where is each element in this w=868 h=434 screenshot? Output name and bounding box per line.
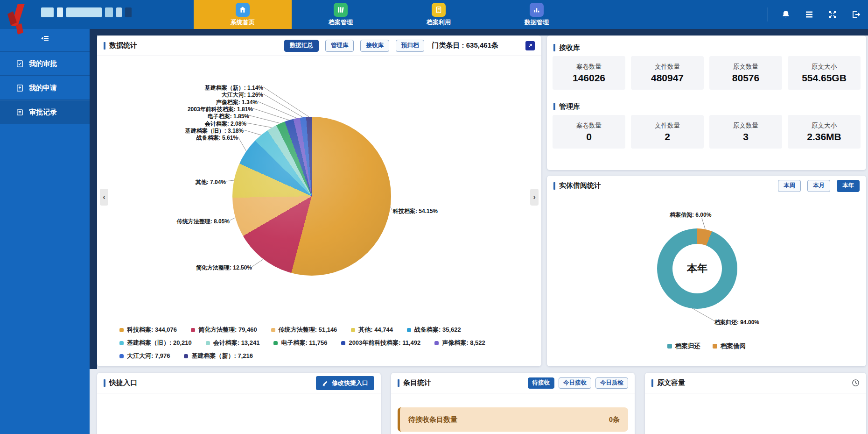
stat-card: 原文数量 80576 <box>709 56 782 90</box>
archive-manage-icon <box>334 3 348 17</box>
panel-header: 条目统计 待接收 今日接收 今日质检 <box>391 373 635 393</box>
pie-label: 其他: 7.04% <box>196 178 226 186</box>
pie-label: 大江大河: 1.26% <box>222 91 263 99</box>
stat-value: 80576 <box>732 72 759 84</box>
fullscreen-icon[interactable] <box>827 9 838 20</box>
stat-label: 原文数量 <box>733 121 758 130</box>
accent-bar <box>104 42 105 50</box>
clock-icon[interactable] <box>852 379 860 387</box>
sidebar-item-label: 审批记录 <box>29 108 57 117</box>
stat-card: 案卷数量 0 <box>553 115 625 149</box>
data-statistics-panel: 数据统计 数据汇总 管理库 接收库 预归档 门类条目 : 635,461条 ‹ … <box>97 36 541 366</box>
pie-label: 简化方法整理: 12.50% <box>196 264 252 272</box>
management-header: 管理库 <box>547 98 866 115</box>
pie-chart-area: ‹ › 基建档案（新）: 1.14% 大江大河: 1.26% 声像档案: 1.3… <box>97 56 541 318</box>
pencil-icon <box>322 380 329 386</box>
accent-bar <box>553 44 555 51</box>
approval-doc-icon <box>16 60 24 68</box>
filter-today-received-button[interactable]: 今日接收 <box>559 377 591 389</box>
management-cards: 案卷数量 0 文件数量 2 原文数量 3 原文大小 2.36MB <box>547 115 866 149</box>
log-icon[interactable] <box>804 9 815 20</box>
legend-item[interactable]: 电子档案: 11,756 <box>273 339 327 347</box>
stat-value: 554.65GB <box>802 72 847 84</box>
range-week-button[interactable]: 本周 <box>778 180 801 192</box>
tab-data-manage[interactable]: 数据管理 <box>488 0 586 29</box>
category-pie <box>232 117 391 276</box>
entry-filter-tabs: 待接收 今日接收 今日质检 <box>524 377 629 389</box>
stat-card: 原文数量 3 <box>709 115 782 149</box>
capacity-panel: 原文容量 <box>645 373 866 434</box>
legend-item[interactable]: 会计档案: 13,241 <box>206 339 260 347</box>
filter-to-receive-button[interactable]: 待接收 <box>528 377 555 389</box>
edit-quick-entry-button[interactable]: 修改快捷入口 <box>316 376 374 390</box>
edit-button-label: 修改快捷入口 <box>332 379 368 387</box>
legend-item[interactable]: 2003年前科技档案: 11,492 <box>341 339 420 347</box>
sidebar-item-my-approvals[interactable]: 我的审批 <box>0 51 90 76</box>
filter-reception-store-button[interactable]: 接收库 <box>360 40 389 52</box>
legend-item[interactable]: 档案借阅 <box>713 342 746 350</box>
accent-bar <box>398 379 399 387</box>
application-doc-icon <box>16 84 24 92</box>
accent-bar <box>651 379 653 387</box>
legend-item[interactable]: 其他: 44,744 <box>351 326 393 334</box>
range-year-button[interactable]: 本年 <box>837 180 860 192</box>
range-month-button[interactable]: 本月 <box>807 180 830 192</box>
app-logo <box>4 2 172 35</box>
stat-card: 文件数量 2 <box>631 115 704 149</box>
banner-value: 0条 <box>609 415 620 424</box>
filter-data-summary-button[interactable]: 数据汇总 <box>284 40 319 52</box>
tab-archive-use[interactable]: 档案利用 <box>390 0 488 29</box>
accent-bar <box>104 379 105 387</box>
panel-header: 快捷入口 修改快捷入口 <box>97 373 381 393</box>
bell-icon[interactable] <box>780 9 791 20</box>
panel-title: 快捷入口 <box>109 378 137 387</box>
stat-label: 案卷数量 <box>576 121 602 130</box>
pie-label: 电子档案: 1.85% <box>208 113 249 121</box>
logout-icon[interactable] <box>850 9 861 20</box>
legend-item[interactable]: 战备档案: 35,622 <box>407 326 461 334</box>
pie-label: 传统方法整理: 8.05% <box>177 218 230 226</box>
donut-label: 档案归还: 94.00% <box>714 319 759 327</box>
panel-header: 原文容量 <box>645 373 866 393</box>
legend-item[interactable]: 档案归还 <box>667 342 700 350</box>
stat-label: 原文数量 <box>733 63 758 71</box>
stat-value: 2.36MB <box>807 131 841 142</box>
carousel-next-button[interactable]: › <box>530 189 539 206</box>
sidebar-menu: 我的审批 我的申请 审批记录 <box>0 51 90 124</box>
stat-value: 480947 <box>651 72 684 84</box>
legend-item[interactable]: 大江大河: 7,976 <box>119 352 170 360</box>
sidebar-item-label: 我的申请 <box>29 84 57 92</box>
content-left-band <box>90 29 97 369</box>
pie-legend: 科技档案: 344,076简化方法整理: 79,460传统方法整理: 51,14… <box>119 323 485 363</box>
sidebar: 我的审批 我的申请 审批记录 <box>0 29 90 434</box>
tab-system-home[interactable]: 系统首页 <box>194 0 292 29</box>
record-list-icon <box>16 108 24 116</box>
legend-item[interactable]: 基建档案（新）: 7,216 <box>184 352 252 360</box>
legend-item[interactable]: 基建档案（旧）: 20,210 <box>119 339 192 347</box>
panel-header: 数据统计 数据汇总 管理库 接收库 预归档 门类条目 : 635,461条 <box>97 36 541 56</box>
legend-item[interactable]: 科技档案: 344,076 <box>119 326 177 334</box>
filter-pre-archive-button[interactable]: 预归档 <box>396 40 425 52</box>
sidebar-item-approval-records[interactable]: 审批记录 <box>0 100 90 124</box>
legend-item[interactable]: 简化方法整理: 79,460 <box>191 326 257 334</box>
carousel-prev-button[interactable]: ‹ <box>100 189 108 206</box>
stat-card: 原文大小 2.36MB <box>788 115 861 149</box>
filter-management-store-button[interactable]: 管理库 <box>325 40 354 52</box>
legend-item[interactable]: 声像档案: 8,522 <box>434 339 485 347</box>
accent-bar <box>553 182 555 190</box>
reception-header: 接收库 <box>547 39 866 56</box>
borrow-stats-panel: 实体借阅统计 本周 本月 本年 本年 档案借阅: 6.00% 档案归还: 94.… <box>547 176 866 366</box>
quick-entry-panel: 快捷入口 修改快捷入口 <box>97 373 381 434</box>
filter-today-qc-button[interactable]: 今日质检 <box>595 377 628 389</box>
topbar: 系统首页 档案管理 档案利用 数据管理 <box>0 0 868 29</box>
donut-chart-area: 本年 档案借阅: 6.00% 档案归还: 94.00% 档案归还档案借阅 <box>547 199 866 366</box>
stat-label: 案卷数量 <box>576 63 602 71</box>
to-receive-banner: 待接收条目数量 0条 <box>398 407 628 432</box>
legend-item[interactable]: 传统方法整理: 51,146 <box>271 326 337 334</box>
category-total: 门类条目 : 635,461条 <box>432 41 498 50</box>
expand-icon[interactable] <box>525 41 535 50</box>
sidebar-item-my-applications[interactable]: 我的申请 <box>0 76 90 100</box>
data-manage-icon <box>530 3 544 17</box>
tab-archive-manage[interactable]: 档案管理 <box>292 0 390 29</box>
panel-title: 条目统计 <box>403 378 431 387</box>
